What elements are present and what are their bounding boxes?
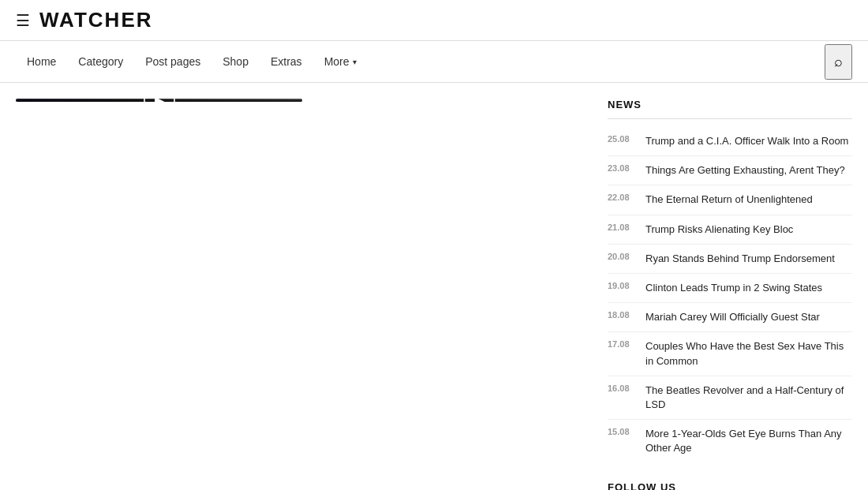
news-item-title: More 1-Year-Olds Get Eye Burns Than Any …	[645, 427, 852, 455]
news-list-item[interactable]: 19.08 Clinton Leads Trump in 2 Swing Sta…	[608, 274, 852, 303]
news-list-item[interactable]: 15.08 More 1-Year-Olds Get Eye Burns Tha…	[608, 420, 852, 462]
news-item-title: Clinton Leads Trump in 2 Swing States	[645, 281, 822, 295]
news-list-item[interactable]: 22.08 The Eternal Return of Unenlightene…	[608, 185, 852, 215]
main-layout: TECH ▶ Elon Musk Just Unveiled His New V…	[0, 83, 868, 490]
nav-more[interactable]: More ▾	[313, 41, 368, 82]
news-item-date: 17.08	[608, 339, 638, 349]
news-item-date: 22.08	[608, 193, 638, 202]
featured-grid: TECH ▶ Elon Musk Just Unveiled His New V…	[16, 99, 592, 102]
nav-category[interactable]: Category	[67, 41, 134, 82]
news-item-title: Mariah Carey Will Officially Guest Star	[645, 310, 820, 324]
news-item-date: 19.08	[608, 281, 638, 290]
news-item-date: 16.08	[608, 383, 638, 393]
news-list-item[interactable]: 16.08 The Beatles Revolver and a Half-Ce…	[608, 376, 852, 420]
hamburger-icon[interactable]: ☰	[16, 11, 30, 30]
featured-main-article[interactable]: TECH ▶ Elon Musk Just Unveiled His New V…	[16, 99, 302, 102]
news-list-item[interactable]: 20.08 Ryan Stands Behind Trump Endorseme…	[608, 245, 852, 274]
news-item-date: 23.08	[608, 163, 638, 173]
news-item-title: Trump and a C.I.A. Officer Walk Into a R…	[645, 134, 848, 148]
nav-post-pages[interactable]: Post pages	[134, 41, 211, 82]
news-item-date: 20.08	[608, 252, 638, 261]
news-item-date: 25.08	[608, 134, 638, 144]
news-item-title: The Eternal Return of Unenlightened	[645, 193, 813, 207]
nav-shop[interactable]: Shop	[211, 41, 260, 82]
chevron-down-icon: ▾	[353, 58, 357, 66]
news-item-title: Ryan Stands Behind Trump Endorsement	[645, 252, 835, 266]
news-item-title: Trump Risks Alienating Key Bloc	[645, 223, 793, 237]
news-list-item[interactable]: 18.08 Mariah Carey Will Officially Guest…	[608, 303, 852, 332]
main-article-info: Elon Musk Just Unveiled His New Vision f…	[16, 99, 302, 102]
follow-section: FOLLOW US	[608, 481, 852, 490]
news-heading: NEWS	[608, 99, 852, 119]
site-logo: WATCHER	[39, 8, 153, 32]
news-item-title: Couples Who Have the Best Sex Have This …	[645, 339, 852, 368]
content-area: TECH ▶ Elon Musk Just Unveiled His New V…	[16, 99, 592, 490]
news-list-item[interactable]: 21.08 Trump Risks Alienating Key Bloc	[608, 215, 852, 245]
sidebar: NEWS 25.08 Trump and a C.I.A. Officer Wa…	[608, 99, 852, 490]
news-item-title: The Beatles Revolver and a Half-Century …	[645, 383, 852, 412]
news-item-date: 21.08	[608, 223, 638, 232]
news-list-item[interactable]: 17.08 Couples Who Have the Best Sex Have…	[608, 332, 852, 376]
news-list: 25.08 Trump and a C.I.A. Officer Walk In…	[608, 127, 852, 462]
header: ☰ WATCHER	[0, 0, 868, 41]
search-button[interactable]: ⌕	[825, 44, 852, 80]
nav-extras[interactable]: Extras	[260, 41, 313, 82]
navigation: Home Category Post pages Shop Extras Mor…	[0, 41, 868, 83]
follow-heading: FOLLOW US	[608, 481, 852, 490]
news-item-date: 18.08	[608, 310, 638, 320]
news-list-item[interactable]: 23.08 Things Are Getting Exhausting, Are…	[608, 156, 852, 185]
news-list-item[interactable]: 25.08 Trump and a C.I.A. Officer Walk In…	[608, 127, 852, 156]
news-item-title: Things Are Getting Exhausting, Arent The…	[645, 163, 845, 178]
news-section: NEWS 25.08 Trump and a C.I.A. Officer Wa…	[608, 99, 852, 462]
news-item-date: 15.08	[608, 427, 638, 436]
nav-home[interactable]: Home	[16, 41, 67, 82]
